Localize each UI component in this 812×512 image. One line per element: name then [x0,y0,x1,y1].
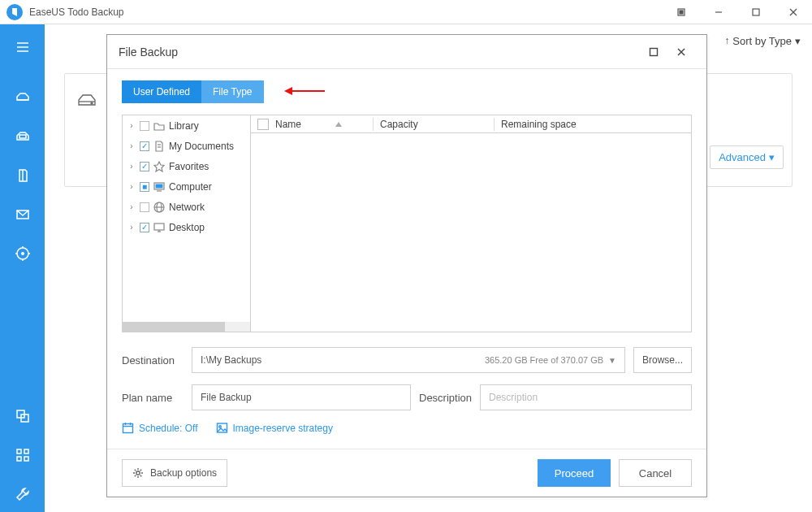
checkbox[interactable]: ✓ [140,223,149,232]
horizontal-scrollbar[interactable] [123,322,250,332]
gear-icon [132,467,144,479]
system-backup-icon[interactable] [0,119,45,154]
chevron-right-icon[interactable]: › [127,202,136,211]
svg-point-47 [136,471,140,475]
app-titlebar: EaseUS Todo Backup [0,0,812,24]
description-input[interactable] [489,385,683,410]
svg-rect-3 [753,9,759,15]
file-backup-icon[interactable] [0,158,45,193]
menu-icon[interactable] [0,29,45,65]
sort-by-type-button[interactable]: ↑ Sort by Type ▾ [724,35,801,47]
svg-rect-23 [17,457,21,461]
svg-point-46 [218,426,221,428]
checkbox[interactable]: ■ [140,182,149,192]
schedule-link[interactable]: Schedule: Off [122,422,198,434]
chevron-right-icon[interactable]: › [127,223,136,232]
tree-item-label: Desktop [169,222,205,233]
tree-item-favorites[interactable]: › ✓ Favorites [123,156,250,176]
computer-icon [153,181,165,193]
column-capacity[interactable]: Capacity [380,119,494,130]
dialog-maximize-button[interactable] [640,41,667,63]
advanced-button[interactable]: Advanced ▾ [710,145,784,169]
browse-button[interactable]: Browse... [633,347,692,373]
image-icon [216,422,228,434]
desktop-icon [153,222,165,233]
tree-item-label: Network [169,202,205,213]
tree-item-desktop[interactable]: › ✓ Desktop [123,217,250,237]
plan-name-field[interactable] [192,384,411,410]
svg-rect-38 [154,223,164,230]
destination-field[interactable]: I:\My Backups 365.20 GB Free of 370.07 G… [192,347,625,373]
cancel-button[interactable]: Cancel [619,459,692,487]
checkbox[interactable] [140,121,149,131]
svg-rect-22 [24,449,28,453]
caret-down-icon[interactable]: ▼ [608,356,616,365]
tree-item-computer[interactable]: › ■ Computer [123,176,250,197]
tree-item-network[interactable]: › Network [123,197,250,217]
window-close-button[interactable] [775,0,812,24]
proceed-button[interactable]: Proceed [538,459,611,487]
column-name[interactable]: Name [275,119,373,130]
tree-item-label: Library [169,120,199,132]
destination-free-text: 365.20 GB Free of 370.07 GB [485,355,603,365]
checkbox[interactable] [140,202,149,212]
window-maximize-button[interactable] [737,0,775,24]
tab-file-type[interactable]: File Type [201,80,263,103]
svg-rect-27 [650,48,658,55]
chevron-right-icon[interactable]: › [127,182,136,191]
tree-item-my-documents[interactable]: › ✓ My Documents [123,136,250,156]
dialog-close-button[interactable] [667,41,695,63]
annotation-arrow-icon [284,87,325,95]
file-backup-dialog: File Backup User Defined File Type [106,34,707,497]
dialog-title: File Backup [119,46,178,59]
clone-icon[interactable] [0,398,45,434]
checkbox[interactable]: ✓ [140,162,149,171]
svg-rect-24 [24,457,28,461]
calendar-icon [122,422,134,434]
source-tree[interactable]: › Library › ✓ My Documents [123,115,251,332]
description-label: Description [419,392,472,404]
tree-item-label: My Documents [169,141,234,152]
svg-rect-21 [17,449,21,453]
destination-label: Destination [122,354,184,367]
settings-wrench-icon[interactable] [0,476,45,512]
window-minimize-button[interactable] [700,0,737,24]
folder-icon [153,120,165,132]
chevron-right-icon[interactable]: › [127,162,136,171]
globe-icon [153,202,165,213]
svg-rect-41 [123,424,133,433]
star-icon [153,161,165,172]
disk-icon [76,90,97,115]
chevron-right-icon[interactable]: › [127,121,136,130]
app-title: EaseUS Todo Backup [29,7,124,18]
checkbox[interactable]: ✓ [140,141,149,151]
tree-item-library[interactable]: › Library [123,115,250,136]
plan-name-input[interactable] [201,385,402,410]
svg-point-14 [21,252,24,255]
tab-user-defined[interactable]: User Defined [122,80,201,103]
tools-grid-icon[interactable] [0,437,45,473]
column-remaining[interactable]: Remaining space [501,119,585,130]
caret-down-icon: ▾ [795,35,801,47]
backup-options-button[interactable]: Backup options [122,459,227,487]
smart-backup-icon[interactable] [0,236,45,271]
disk-backup-icon[interactable] [0,80,45,115]
plan-name-label: Plan name [122,392,184,404]
window-restore-down-icon[interactable] [663,0,700,24]
tree-item-label: Favorites [169,161,209,172]
document-icon [153,141,165,152]
svg-rect-33 [156,184,163,188]
left-sidebar [0,24,45,512]
file-list-pane: Name Capacity Remaining space [251,115,691,332]
sort-arrow-up-icon: ↑ [724,35,729,46]
description-field[interactable] [480,384,692,410]
app-logo-icon [6,4,23,20]
tree-item-label: Computer [169,181,212,193]
mail-backup-icon[interactable] [0,197,45,232]
select-all-checkbox[interactable] [257,119,269,130]
image-reserve-link[interactable]: Image-reserve strategy [216,422,333,434]
svg-point-26 [91,102,93,104]
caret-down-icon: ▾ [769,151,775,163]
chevron-right-icon[interactable]: › [127,141,136,150]
svg-rect-10 [19,135,26,138]
